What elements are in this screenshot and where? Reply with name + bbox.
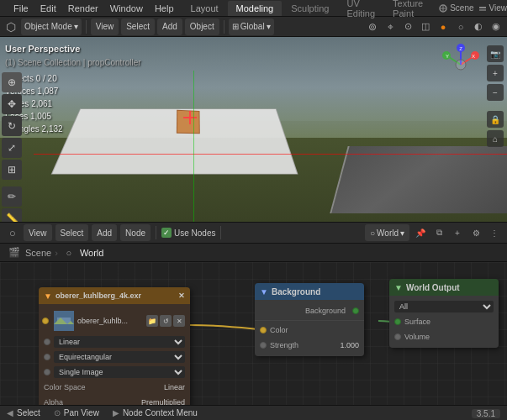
ned-sep2 bbox=[220, 226, 221, 239]
scene-icon bbox=[438, 3, 448, 13]
transform-tool[interactable]: ⊞ bbox=[2, 160, 22, 180]
interpolation-select[interactable]: Linear bbox=[54, 336, 185, 348]
status-bar: ◀ Select ⊙ Pan View ▶ Node Context Menu … bbox=[0, 405, 507, 420]
view-btn[interactable]: View bbox=[91, 18, 119, 35]
measure-tool[interactable]: 📏 bbox=[2, 208, 22, 222]
viewport-3d[interactable]: User Perspective (1) Scene Collection | … bbox=[0, 37, 507, 222]
tab-uv[interactable]: UV Editing bbox=[338, 1, 383, 16]
ned-world-type-btn[interactable]: ○ World ▾ bbox=[365, 224, 409, 241]
alpha-label: Alpha bbox=[44, 398, 63, 405]
volume-label: Volume bbox=[404, 333, 430, 341]
orientation-gizmo[interactable]: X Y Z bbox=[440, 44, 482, 86]
ned-more-icon[interactable]: ⋮ bbox=[487, 225, 502, 240]
tab-modeling[interactable]: Modeling bbox=[228, 1, 283, 16]
viewport-right-toolbar: 📷 + − 🔒 ⌂ bbox=[487, 45, 504, 147]
pan-view-status[interactable]: ⊙ Pan View bbox=[54, 408, 99, 417]
snap-icon[interactable]: ⌖ bbox=[383, 19, 398, 34]
node-editor-type-icon[interactable]: ○ bbox=[5, 225, 20, 240]
viewport-type-icon[interactable]: ⬡ bbox=[3, 19, 18, 34]
source-select[interactable]: Single Image bbox=[54, 366, 185, 378]
main-area: User Perspective (1) Scene Collection | … bbox=[0, 37, 507, 405]
ned-new-icon[interactable]: + bbox=[450, 225, 465, 240]
alpha-value: Premultiplied bbox=[141, 398, 185, 405]
breadcrumb-scene[interactable]: Scene bbox=[25, 248, 51, 258]
menu-help[interactable]: Help bbox=[150, 1, 179, 16]
zoom-in-btn[interactable]: + bbox=[487, 65, 504, 81]
shading-render-icon[interactable]: ○ bbox=[453, 19, 468, 34]
camera-view-btn[interactable]: 📷 bbox=[487, 45, 504, 62]
ned-node-btn[interactable]: Node bbox=[120, 224, 151, 241]
xray-icon[interactable]: ◫ bbox=[418, 19, 433, 34]
scene-breadcrumb-icon: 🎬 bbox=[7, 245, 22, 260]
background-node[interactable]: ▼ Background Background Color Stre bbox=[255, 283, 364, 356]
add-btn[interactable]: Add bbox=[157, 18, 182, 35]
breadcrumb-world[interactable]: World bbox=[80, 248, 104, 258]
cursor-tool[interactable]: ⊕ bbox=[2, 72, 22, 92]
tool-gap bbox=[2, 181, 22, 185]
background-node-title: Background bbox=[272, 287, 320, 297]
viewlayer-selector[interactable]: ViewLayer bbox=[478, 3, 507, 13]
world-output-select[interactable]: All bbox=[394, 301, 494, 312]
select-status[interactable]: ◀ Select bbox=[7, 408, 40, 417]
svg-text:X: X bbox=[472, 54, 475, 59]
object-btn[interactable]: Object bbox=[185, 18, 219, 35]
scale-tool[interactable]: ⤢ bbox=[2, 138, 22, 158]
texture-browse-icon[interactable]: 📁 bbox=[146, 315, 158, 327]
bg-output-row: Background bbox=[255, 303, 364, 318]
texture-node-close-icon[interactable]: ✕ bbox=[178, 291, 185, 300]
scene-selector[interactable]: Scene bbox=[438, 3, 473, 13]
bg-strength-value: 1.000 bbox=[340, 341, 359, 349]
texture-reload-icon[interactable]: ↺ bbox=[160, 315, 172, 327]
node-context-status[interactable]: ▶ Node Context Menu bbox=[113, 408, 198, 417]
top-menubar: File Edit Render Window Help Layout Mode… bbox=[0, 0, 507, 17]
svg-rect-4 bbox=[479, 7, 486, 8]
ned-copy-icon[interactable]: ⧉ bbox=[431, 225, 446, 240]
background-node-body: Background Color Strength 1.000 bbox=[255, 300, 364, 356]
annotate-tool[interactable]: ✏ bbox=[2, 186, 22, 207]
node-editor-header: ○ View Select Add Node ✓ Use Nodes ○ Wor… bbox=[0, 222, 507, 244]
local-view-btn[interactable]: ⌂ bbox=[487, 130, 504, 147]
ned-select-btn[interactable]: Select bbox=[55, 224, 89, 241]
select-btn[interactable]: Select bbox=[121, 18, 155, 35]
transform-global-dropdown[interactable]: ⊞ Global ▾ bbox=[229, 18, 274, 35]
breadcrumb-separator: › bbox=[55, 248, 58, 258]
shading-full-icon[interactable]: ◉ bbox=[489, 19, 504, 34]
shading-material-icon[interactable]: ◐ bbox=[471, 19, 486, 34]
viewport-lock-btn[interactable]: 🔒 bbox=[487, 111, 504, 128]
use-nodes-checkbox[interactable]: ✓ Use Nodes bbox=[161, 228, 215, 238]
ned-pin-icon[interactable]: 📌 bbox=[413, 225, 428, 240]
colorspace-value: Linear bbox=[164, 383, 185, 391]
shading-solid-icon[interactable]: ● bbox=[436, 19, 451, 34]
move-tool[interactable]: ✥ bbox=[2, 94, 22, 114]
zoom-out-btn[interactable]: − bbox=[487, 84, 504, 101]
tab-layout[interactable]: Layout bbox=[182, 1, 227, 16]
gizmo-svg: X Y Z bbox=[440, 44, 482, 86]
projection-select[interactable]: Equirectangular bbox=[54, 351, 185, 363]
texture-file-row: oberer_kuhlb... 📁 ↺ ✕ bbox=[39, 307, 190, 334]
texture-unlink-icon[interactable]: ✕ bbox=[173, 315, 185, 327]
menu-edit[interactable]: Edit bbox=[35, 1, 61, 16]
mouse-right-icon: ▶ bbox=[113, 408, 119, 417]
surface-socket bbox=[394, 318, 401, 325]
ned-settings-icon[interactable]: ⚙ bbox=[468, 225, 483, 240]
volume-socket bbox=[394, 333, 401, 340]
mouse-left-icon: ◀ bbox=[7, 408, 13, 417]
tab-sculpting[interactable]: Sculpting bbox=[283, 1, 337, 16]
menu-render[interactable]: Render bbox=[63, 1, 103, 16]
ned-add-btn[interactable]: Add bbox=[92, 224, 117, 241]
image-texture-node[interactable]: ▼ oberer_kuhlberg_4k.exr ✕ oberer_kuhlb.… bbox=[39, 287, 190, 405]
rotate-tool[interactable]: ↻ bbox=[2, 116, 22, 136]
object-mode-dropdown[interactable]: Object Mode ▾ bbox=[21, 18, 82, 35]
texture-node-header: ▼ oberer_kuhlberg_4k.exr ✕ bbox=[39, 287, 190, 304]
menu-window[interactable]: Window bbox=[105, 1, 148, 16]
ned-view-btn[interactable]: View bbox=[24, 224, 52, 241]
menu-file[interactable]: File bbox=[8, 1, 34, 16]
world-output-node[interactable]: ▼ World Output All Surface Vol bbox=[389, 279, 499, 348]
node-canvas[interactable]: ▼ oberer_kuhlberg_4k.exr ✕ oberer_kuhlb.… bbox=[0, 262, 507, 405]
viewport-toolbar: ⬡ Object Mode ▾ View Select Add Object ⊞… bbox=[0, 17, 507, 37]
overlay-icon[interactable]: ⊙ bbox=[400, 19, 415, 34]
proportional-edit-icon[interactable]: ⊚ bbox=[365, 19, 380, 34]
texture-thumbnail bbox=[54, 311, 74, 331]
tab-texturepaint[interactable]: Texture Paint bbox=[384, 1, 431, 16]
layers-icon bbox=[478, 3, 488, 13]
